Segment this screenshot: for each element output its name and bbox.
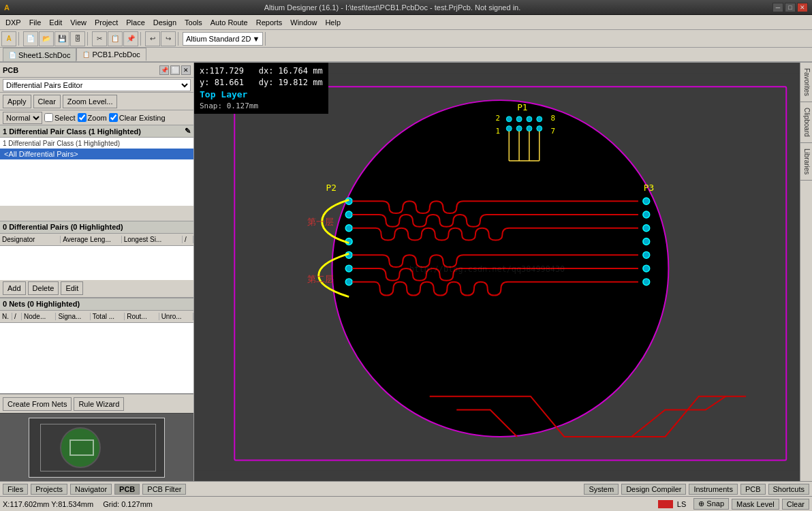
libraries-tab[interactable]: Libraries — [800, 143, 812, 181]
zoom-checkbox[interactable] — [78, 113, 87, 122]
svg-point-12 — [506, 126, 512, 131]
clear-button[interactable]: Clear — [33, 95, 61, 108]
select-check[interactable]: Select — [44, 113, 76, 122]
panel-float-button[interactable]: ⬜ — [170, 65, 180, 75]
menu-tools[interactable]: Tools — [181, 17, 206, 28]
dp-classes-list[interactable]: 1 Differential Pair Class (1 Highlighted… — [0, 138, 193, 206]
dp-all-pairs-item[interactable]: <All Differential Pairs> — [0, 149, 193, 159]
select-checkbox[interactable] — [44, 113, 53, 122]
menu-design[interactable]: Design — [149, 17, 181, 28]
svg-text:第二层: 第二层 — [307, 275, 334, 284]
tab-schematic[interactable]: 📄 Sheet1.SchDoc — [3, 48, 76, 61]
zoom-level-button[interactable]: Zoom Level... — [63, 95, 118, 108]
menu-help[interactable]: Help — [321, 17, 345, 28]
tab-schematic-label: Sheet1.SchDoc — [18, 51, 70, 59]
svg-point-9 — [516, 117, 522, 122]
menu-window[interactable]: Window — [286, 17, 321, 28]
tab-navigator[interactable]: Navigator — [70, 484, 112, 495]
clear-existing-checkbox[interactable] — [109, 113, 118, 122]
tab-system[interactable]: System — [584, 484, 619, 495]
pcb-tab-icon: 📋 — [82, 51, 90, 58]
altium-icon: A — [4, 3, 10, 12]
panel-pin-button[interactable]: 📌 — [159, 65, 169, 75]
tab-design-compiler[interactable]: Design Compiler — [621, 484, 686, 495]
close-button[interactable]: ✕ — [797, 3, 808, 12]
col-net-sort[interactable]: / — [12, 313, 22, 320]
tab-files[interactable]: Files — [3, 484, 28, 495]
toolbar-dxp[interactable]: A — [1, 31, 16, 46]
tab-pcb[interactable]: 📋 PCB1.PcbDoc — [76, 48, 146, 61]
clipboard-tab[interactable]: Clipboard — [800, 102, 812, 143]
view-dropdown[interactable]: Altium Standard 2D ▼ — [183, 32, 263, 46]
create-from-nets-button[interactable]: Create From Nets — [3, 397, 72, 411]
col-avg-len: Average Leng... — [61, 236, 121, 243]
menu-place[interactable]: Place — [122, 17, 149, 28]
dp-edit-button[interactable]: Edit — [61, 281, 83, 295]
toolbar-sep-3 — [140, 32, 143, 46]
toolbar-save[interactable]: 💾 — [54, 31, 69, 46]
tab-projects[interactable]: Projects — [31, 484, 67, 495]
menu-view[interactable]: View — [66, 17, 91, 28]
toolbar: A 📄 📂 💾 🗄 ✂ 📋 📌 ↩ ↪ Altium Standard 2D ▼ — [0, 30, 812, 48]
nets-list[interactable] — [0, 323, 193, 394]
maximize-button[interactable]: □ — [785, 3, 796, 12]
ls-label: LS — [677, 500, 686, 508]
snap-button[interactable]: ⊕ Snap — [693, 498, 729, 510]
toolbar-copy[interactable]: 📋 — [108, 31, 123, 46]
favorites-tab[interactable]: Favorites — [800, 63, 812, 102]
svg-text:http://blog.csdn.net/qq3849984: http://blog.csdn.net/qq384998430 — [409, 264, 565, 274]
panel-close-button[interactable]: ✕ — [181, 65, 191, 75]
dropdown-arrow-icon: ▼ — [252, 35, 260, 43]
svg-point-10 — [527, 117, 532, 122]
col-unrouted: Unro... — [159, 313, 193, 320]
toolbar-redo[interactable]: ↪ — [161, 31, 176, 46]
minimap-viewport-rect — [69, 439, 94, 456]
nets-section: 0 Nets (0 Highlighted) N. / Node... Sign… — [0, 298, 193, 394]
svg-point-30 — [643, 198, 650, 204]
toolbar-paste[interactable]: 📌 — [123, 31, 138, 46]
apply-button[interactable]: Apply — [3, 95, 31, 108]
svg-point-31 — [643, 211, 650, 218]
toolbar-cut[interactable]: ✂ — [92, 31, 107, 46]
mask-level-button[interactable]: Mask Level — [732, 499, 779, 510]
menu-autoroute[interactable]: Auto Route — [206, 17, 252, 28]
dp-classes-header: 1 Differential Pair Class (1 Highlighted… — [0, 125, 193, 138]
mode-select[interactable]: Normal Mask Dim — [3, 112, 42, 124]
svg-point-35 — [643, 265, 650, 272]
toolbar-new[interactable]: 📄 — [23, 31, 38, 46]
toolbar-undo[interactable]: ↩ — [145, 31, 160, 46]
ls-indicator — [658, 500, 673, 508]
svg-point-14 — [527, 126, 532, 131]
dp-delete-button[interactable]: Delete — [28, 281, 59, 295]
tab-instruments[interactable]: Instruments — [689, 484, 737, 495]
col-node: Node... — [22, 313, 56, 320]
menu-dxp[interactable]: DXP — [1, 17, 25, 28]
window-title: Altium Designer (16.1) - I:\test\test\PC… — [12, 3, 772, 12]
toolbar-open[interactable]: 📂 — [39, 31, 54, 46]
toolbar-save-all[interactable]: 🗄 — [70, 31, 85, 46]
clear-existing-check[interactable]: Clear Existing — [109, 113, 166, 122]
snap-icon: ⊕ — [698, 499, 704, 508]
tab-pcb-right[interactable]: PCB — [740, 484, 766, 495]
toolbar-sep-2 — [87, 32, 90, 46]
dp-add-button[interactable]: Add — [3, 281, 26, 295]
panel-type-select[interactable]: Differential Pairs Editor — [3, 79, 191, 91]
zoom-check[interactable]: Zoom — [78, 113, 107, 122]
menu-project[interactable]: Project — [91, 17, 122, 28]
minimize-button[interactable]: ─ — [772, 3, 783, 12]
menubar: DXP File Edit View Project Place Design … — [0, 15, 812, 30]
col-sort[interactable]: / — [183, 236, 193, 243]
svg-text:P3: P3 — [644, 183, 654, 193]
rule-wizard-button[interactable]: Rule Wizard — [74, 397, 124, 411]
titlebar: A Altium Designer (16.1) - I:\test\test\… — [0, 0, 812, 15]
menu-reports[interactable]: Reports — [252, 17, 287, 28]
menu-file[interactable]: File — [25, 17, 46, 28]
menu-edit[interactable]: Edit — [45, 17, 66, 28]
tab-pcb-filter[interactable]: PCB Filter — [142, 484, 186, 495]
tab-shortcuts[interactable]: Shortcuts — [768, 484, 809, 495]
clear-button-bottom[interactable]: Clear — [782, 499, 809, 510]
dp-pairs-list[interactable] — [0, 246, 193, 280]
pcb-canvas[interactable]: x:117.729 dx: 16.764 mm y: 81.661 dy: 19… — [194, 63, 800, 481]
tab-pcb[interactable]: PCB — [114, 484, 140, 495]
svg-point-15 — [537, 126, 542, 131]
